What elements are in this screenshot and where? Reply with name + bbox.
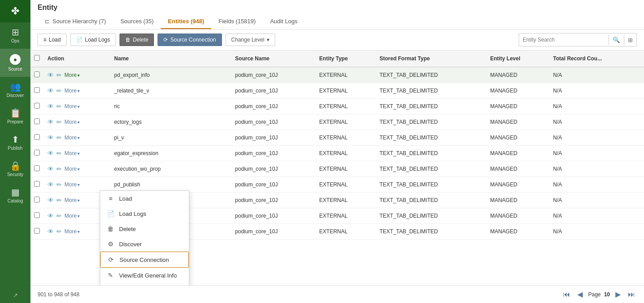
view-icon[interactable]: 👁 [47, 118, 54, 126]
edit-icon[interactable]: ✏ [56, 165, 62, 173]
row-select-checkbox[interactable] [34, 228, 40, 234]
grid-view-button[interactable]: ⊞ [624, 35, 636, 45]
more-button[interactable]: More ▾ [64, 103, 80, 109]
sidebar-item-discover[interactable]: 👥 Discover [0, 77, 30, 103]
edit-icon[interactable]: ✏ [56, 118, 62, 126]
row-select-checkbox[interactable] [34, 197, 40, 202]
row-select-checkbox[interactable] [34, 72, 40, 77]
more-button[interactable]: More ▾ [64, 119, 80, 125]
dropdown-view-general[interactable]: ✎ View/Edit General Info [100, 268, 189, 283]
select-all-checkbox[interactable] [34, 55, 40, 61]
row-format-type: TEXT_TAB_DELIMITED [376, 130, 486, 146]
row-select-checkbox[interactable] [34, 118, 40, 124]
row-format-type: TEXT_TAB_DELIMITED [376, 161, 486, 177]
edit-icon[interactable]: ✏ [56, 150, 62, 157]
view-icon[interactable]: 👁 [47, 228, 54, 235]
view-icon[interactable]: 👁 [47, 197, 54, 204]
more-button[interactable]: More ▾ [64, 181, 80, 188]
table-row: 👁 ✏ More ▾ ric podium_core_10J EXTERNAL … [30, 99, 644, 114]
row-level: MANAGED [486, 208, 550, 224]
view-icon[interactable]: 👁 [47, 87, 54, 94]
row-checkbox [30, 224, 44, 240]
row-source-name: podium_core_10J [231, 114, 316, 130]
view-icon[interactable]: 👁 [47, 181, 54, 188]
tab-source-hierarchy[interactable]: ⊏ Source Hierarchy (7) [38, 14, 113, 29]
sidebar-item-security[interactable]: 🔒 Security [0, 156, 30, 182]
view-icon[interactable]: 👁 [47, 103, 54, 110]
tab-sources[interactable]: Sources (35) [113, 14, 161, 29]
view-icon[interactable]: 👁 [47, 212, 54, 219]
table-row: 👁 ✏ More ▾ egator_expression podium_core… [30, 146, 644, 161]
edit-icon[interactable]: ✏ [56, 134, 62, 141]
row-format-type: TEXT_TAB_DELIMITED [376, 114, 486, 130]
row-total: N/A [550, 130, 644, 146]
dropdown-load[interactable]: ≡ Load [100, 191, 189, 206]
edit-icon[interactable]: ✏ [56, 197, 62, 204]
prev-page-button[interactable]: ◀ [576, 289, 584, 299]
change-level-button[interactable]: Change Level ▾ [226, 34, 275, 46]
dropdown-discover[interactable]: ⚙ Discover [100, 236, 189, 252]
entity-search-input[interactable] [519, 35, 609, 45]
row-action: 👁 ✏ More ▾ [44, 67, 111, 83]
more-button[interactable]: More ▾ [64, 150, 80, 156]
col-source-name: Source Name [231, 50, 316, 67]
edit-icon[interactable]: ✏ [56, 228, 62, 235]
row-source-name: podium_core_10J [231, 146, 316, 161]
range-label: 901 to 948 of 948 [38, 291, 79, 298]
row-select-checkbox[interactable] [34, 87, 40, 93]
row-format-type: TEXT_TAB_DELIMITED [376, 193, 486, 208]
sidebar-item-publish[interactable]: ⬆ Publish [0, 130, 30, 156]
dropdown-source-connection[interactable]: ⟳ Source Connection [100, 252, 189, 268]
row-select-checkbox[interactable] [34, 181, 40, 187]
more-button[interactable]: More ▾ [64, 166, 80, 172]
view-icon[interactable]: 👁 [47, 150, 54, 157]
tab-audit-logs[interactable]: Audit Logs [263, 14, 304, 29]
search-icon-button[interactable]: 🔍 [609, 35, 624, 45]
row-format-type: TEXT_TAB_DELIMITED [376, 224, 486, 240]
row-checkbox [30, 193, 44, 208]
load-button[interactable]: ≡ Load [38, 34, 67, 46]
edit-icon[interactable]: ✏ [56, 103, 62, 110]
row-format-type: TEXT_TAB_DELIMITED [376, 99, 486, 114]
row-select-checkbox[interactable] [34, 150, 40, 156]
edit-icon[interactable]: ✏ [56, 181, 62, 188]
row-select-checkbox[interactable] [34, 103, 40, 109]
more-button[interactable]: More ▾ [64, 213, 80, 219]
external-link[interactable]: ↗ [0, 287, 30, 303]
sidebar-item-catalog[interactable]: ▦ Catalog [0, 182, 30, 209]
edit-icon[interactable]: ✏ [56, 87, 62, 94]
tab-entities[interactable]: Entities (948) [161, 14, 211, 29]
row-select-checkbox[interactable] [34, 212, 40, 218]
edit-icon[interactable]: ✏ [56, 212, 62, 219]
view-icon[interactable]: 👁 [47, 72, 54, 79]
row-name: execution_wo_prop [111, 161, 231, 177]
next-page-button[interactable]: ▶ [614, 289, 623, 299]
source-connection-button[interactable]: ⟳ Source Connection [158, 34, 222, 46]
first-page-button[interactable]: ⏮ [561, 290, 572, 299]
row-format-type: TEXT_TAB_DELIMITED [376, 208, 486, 224]
row-select-checkbox[interactable] [34, 134, 40, 140]
row-format-type: TEXT_TAB_DELIMITED [376, 67, 486, 83]
delete-button[interactable]: 🗑 Delete [119, 34, 154, 46]
load-logs-button[interactable]: 📄 Load Logs [70, 34, 116, 46]
dropdown-view-props[interactable]: ✎ View/Edit Properties [100, 283, 189, 285]
edit-icon[interactable]: ✏ [56, 72, 62, 79]
view-icon[interactable]: 👁 [47, 134, 54, 141]
sidebar-item-ops[interactable]: ⊞ Ops [0, 22, 30, 49]
sidebar-item-prepare[interactable]: 📋 Prepare [0, 103, 30, 130]
more-button[interactable]: More ▾ [64, 135, 80, 141]
page-label: Page 10 [588, 291, 610, 298]
row-select-checkbox[interactable] [34, 165, 40, 171]
sidebar-item-source[interactable]: ● Source [0, 49, 30, 77]
row-name: ric [111, 99, 231, 114]
tab-fields[interactable]: Fields (15819) [211, 14, 263, 29]
view-icon[interactable]: 👁 [47, 165, 54, 173]
more-button[interactable]: More ▾ [64, 88, 80, 94]
more-button[interactable]: More ▾ [64, 197, 80, 203]
dropdown-delete[interactable]: 🗑 Delete [100, 221, 189, 236]
last-page-button[interactable]: ⏭ [626, 290, 637, 299]
row-total: N/A [550, 83, 644, 99]
dropdown-load-logs[interactable]: 📄 Load Logs [100, 206, 189, 221]
more-button[interactable]: More ▾ [64, 228, 80, 235]
more-button[interactable]: More ▾ [64, 72, 80, 78]
